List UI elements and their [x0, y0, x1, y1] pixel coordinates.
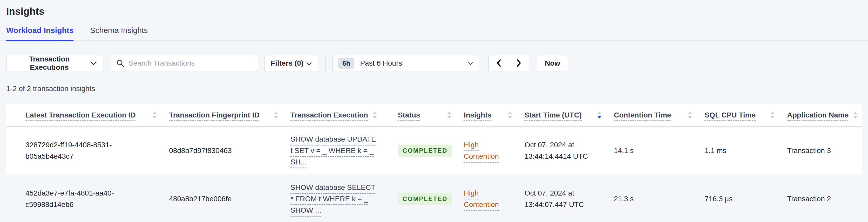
- chevron-down-icon: [90, 59, 97, 67]
- report-type-dropdown-label: Transaction Executions: [13, 55, 85, 71]
- cell-contention-time: 21.3 s: [608, 175, 698, 222]
- insights-page: Insights Workload Insights Schema Insigh…: [0, 4, 868, 222]
- chevron-down-icon: [467, 59, 473, 67]
- chevron-left-icon: [496, 59, 502, 68]
- sort-icon[interactable]: [770, 112, 775, 119]
- table-row: 452da3e7-e7fa-4801-aa40-c59988d14eb6 480…: [6, 175, 862, 222]
- cell-contention-time: 14.1 s: [608, 127, 698, 175]
- now-button[interactable]: Now: [537, 55, 568, 72]
- search-input[interactable]: [111, 55, 258, 72]
- insight-link[interactable]: High Contention: [464, 141, 499, 160]
- cell-application-name: Transaction 2: [781, 175, 862, 222]
- cell-start-time: Oct 07, 2024 at 13:44:14.4414 UTC: [518, 127, 608, 175]
- status-badge: COMPLETED: [398, 193, 452, 205]
- cell-fingerprint-id: 480a8b217be006fe: [163, 175, 284, 222]
- column-header-application-name[interactable]: Application Name: [781, 104, 862, 127]
- chevron-right-icon: [516, 59, 522, 68]
- previous-range-button[interactable]: [489, 55, 509, 71]
- tab-workload-insights-label: Workload Insights: [6, 26, 73, 34]
- sort-icon[interactable]: [853, 112, 857, 119]
- sort-icon[interactable]: [373, 112, 377, 119]
- sort-icon[interactable]: [152, 112, 157, 119]
- cell-start-time: Oct 07, 2024 at 13:44:07.447 UTC: [518, 175, 608, 222]
- chevron-down-icon: [307, 59, 312, 67]
- column-header-start-time[interactable]: Start Time (UTC): [518, 104, 608, 127]
- report-type-dropdown[interactable]: Transaction Executions: [6, 55, 104, 72]
- table-header-row: Latest Transaction Execution ID Transact…: [6, 104, 862, 127]
- cell-execution-id: 452da3e7-e7fa-4801-aa40-c59988d14eb6: [6, 175, 163, 222]
- sort-icon[interactable]: [274, 112, 278, 119]
- cell-execution-id: 328729d2-ff19-4408-8531-b05a5b4e43c7: [6, 127, 163, 175]
- time-range-badge: 6h: [338, 58, 354, 69]
- column-header-status[interactable]: Status: [392, 104, 458, 127]
- column-header-contention-time[interactable]: Contention Time: [608, 104, 698, 127]
- sort-icon[interactable]: [688, 112, 692, 119]
- filters-button-label: Filters (0): [271, 59, 304, 67]
- insight-link[interactable]: High Contention: [464, 189, 499, 209]
- toolbar-divider: [325, 55, 326, 72]
- toolbar: Transaction Executions Filters (0) 6h Pa…: [6, 55, 862, 72]
- transaction-execution-link[interactable]: SHOW database SELECT * FROM t WHERE k = …: [290, 183, 375, 214]
- sort-icon[interactable]: [447, 112, 452, 119]
- status-badge: COMPLETED: [398, 145, 452, 157]
- sort-icon[interactable]: [597, 112, 601, 119]
- insights-table-card: Latest Transaction Execution ID Transact…: [6, 104, 862, 222]
- tab-schema-insights-label: Schema Insights: [90, 26, 148, 34]
- transaction-execution-link[interactable]: SHOW database UPDATE t SET v = _ WHERE k…: [290, 135, 376, 166]
- tab-schema-insights[interactable]: Schema Insights: [90, 26, 148, 40]
- filters-button[interactable]: Filters (0): [264, 55, 318, 72]
- column-header-transaction-fingerprint-id[interactable]: Transaction Fingerprint ID: [163, 104, 284, 127]
- column-header-latest-transaction-execution-id[interactable]: Latest Transaction Execution ID: [6, 104, 163, 127]
- tab-bar: Workload Insights Schema Insights: [0, 26, 868, 41]
- cell-sql-cpu-time: 716.3 µs: [698, 175, 781, 222]
- column-header-sql-cpu-time[interactable]: SQL CPU Time: [698, 104, 781, 127]
- time-range-picker[interactable]: 6h Past 6 Hours: [332, 55, 479, 72]
- time-range-label: Past 6 Hours: [360, 59, 462, 67]
- table-row: 328729d2-ff19-4408-8531-b05a5b4e43c7 08d…: [6, 127, 862, 175]
- cell-application-name: Transaction 3: [781, 127, 862, 175]
- cell-fingerprint-id: 08d8b7d97f830463: [163, 127, 284, 175]
- time-range-pager: [489, 55, 529, 72]
- next-range-button[interactable]: [509, 55, 529, 71]
- column-header-insights[interactable]: Insights: [458, 104, 518, 127]
- results-count: 1-2 of 2 transaction insights: [6, 85, 862, 93]
- cell-sql-cpu-time: 1.1 ms: [698, 127, 781, 175]
- sort-icon[interactable]: [508, 112, 512, 119]
- tab-workload-insights[interactable]: Workload Insights: [6, 26, 73, 40]
- column-header-transaction-execution[interactable]: Transaction Execution: [284, 104, 392, 127]
- search-box: [111, 55, 258, 72]
- transaction-insights-table: Latest Transaction Execution ID Transact…: [6, 104, 862, 222]
- page-title: Insights: [6, 4, 862, 19]
